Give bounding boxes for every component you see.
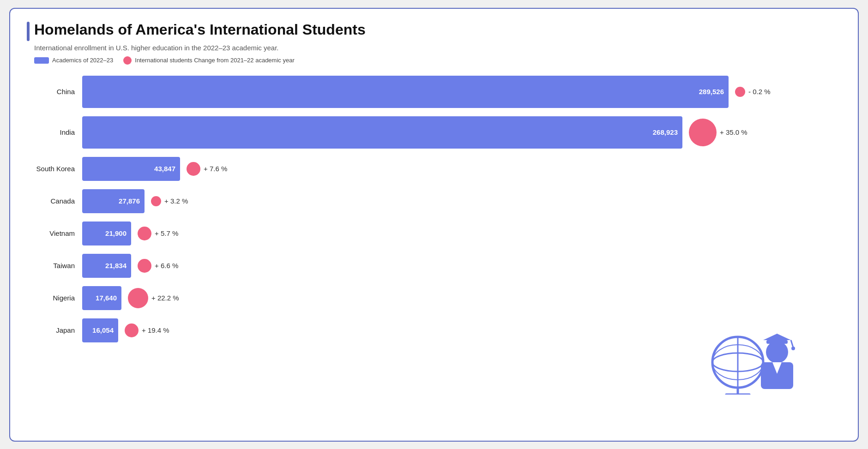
change-text: + 5.7 % <box>155 229 178 237</box>
change-dot <box>151 196 161 206</box>
legend: Academics of 2022–23 International stude… <box>34 56 841 65</box>
change-text: + 35.0 % <box>720 128 747 136</box>
bar-wrap: 268,923 + 35.0 % <box>82 116 841 149</box>
bar-row: Vietnam 21,900 + 5.7 % <box>31 222 841 245</box>
bar-wrap: 43,847 + 7.6 % <box>82 157 841 181</box>
change-dot <box>125 323 139 337</box>
bar-row: India 268,923 + 35.0 % <box>31 116 841 149</box>
svg-point-11 <box>791 347 795 350</box>
change-dot <box>138 227 151 240</box>
bar: 16,054 <box>82 318 118 342</box>
bar: 289,526 <box>82 76 729 108</box>
title-bar: Homelands of America's International Stu… <box>27 22 841 41</box>
change-indicator: + 35.0 % <box>689 119 747 146</box>
bar-wrap: 21,900 + 5.7 % <box>82 222 841 245</box>
change-text: - 0.2 % <box>748 88 771 96</box>
country-label: Vietnam <box>31 229 82 237</box>
illustration <box>701 302 802 395</box>
page-title: Homelands of America's International Stu… <box>34 22 366 38</box>
card: Homelands of America's International Stu… <box>9 8 859 442</box>
country-label: India <box>31 128 82 136</box>
bar-wrap: 21,834 + 6.6 % <box>82 254 841 278</box>
change-dot <box>689 119 717 146</box>
country-label: Nigeria <box>31 294 82 302</box>
bar: 17,640 <box>82 286 121 310</box>
bar-row: Taiwan 21,834 + 6.6 % <box>31 254 841 278</box>
change-indicator: + 22.2 % <box>128 288 179 308</box>
change-indicator: + 19.4 % <box>125 323 169 337</box>
legend-item-dot: International students Change from 2021–… <box>123 56 294 65</box>
bar: 21,900 <box>82 222 131 245</box>
legend-dot-label: International students Change from 2021–… <box>135 57 294 64</box>
subtitle: International enrollment in U.S. higher … <box>34 44 841 52</box>
title-accent <box>27 22 30 41</box>
change-indicator: + 5.7 % <box>138 227 178 240</box>
change-text: + 3.2 % <box>164 197 188 205</box>
legend-bar-label: Academics of 2022–23 <box>52 57 113 64</box>
bar-wrap: 289,526 - 0.2 % <box>82 76 841 108</box>
country-label: Canada <box>31 197 82 205</box>
legend-item-bar: Academics of 2022–23 <box>34 57 113 64</box>
country-label: Japan <box>31 326 82 334</box>
country-label: China <box>31 88 82 96</box>
change-indicator: + 6.6 % <box>138 259 178 273</box>
bar-row: South Korea 43,847 + 7.6 % <box>31 157 841 181</box>
bar: 27,876 <box>82 189 145 213</box>
svg-marker-9 <box>763 334 791 340</box>
svg-rect-8 <box>766 340 788 344</box>
change-indicator: - 0.2 % <box>735 87 771 97</box>
bar-wrap: 27,876 + 3.2 % <box>82 189 841 213</box>
svg-point-7 <box>766 341 788 363</box>
svg-line-10 <box>791 340 793 347</box>
legend-swatch-bar <box>34 57 49 64</box>
bar: 43,847 <box>82 157 180 181</box>
change-indicator: + 3.2 % <box>151 196 188 206</box>
change-text: + 19.4 % <box>142 326 169 334</box>
legend-swatch-dot <box>123 56 132 65</box>
change-dot <box>128 288 148 308</box>
country-label: Taiwan <box>31 262 82 269</box>
change-indicator: + 7.6 % <box>187 162 227 176</box>
bar: 268,923 <box>82 116 682 149</box>
change-text: + 22.2 % <box>151 294 179 302</box>
change-text: + 7.6 % <box>204 165 227 173</box>
country-label: South Korea <box>31 165 82 173</box>
bar: 21,834 <box>82 254 131 278</box>
change-dot <box>138 259 151 273</box>
change-text: + 6.6 % <box>155 262 178 269</box>
change-dot <box>187 162 200 176</box>
change-dot <box>735 87 745 97</box>
bar-row: China 289,526 - 0.2 % <box>31 76 841 108</box>
bar-row: Canada 27,876 + 3.2 % <box>31 189 841 213</box>
